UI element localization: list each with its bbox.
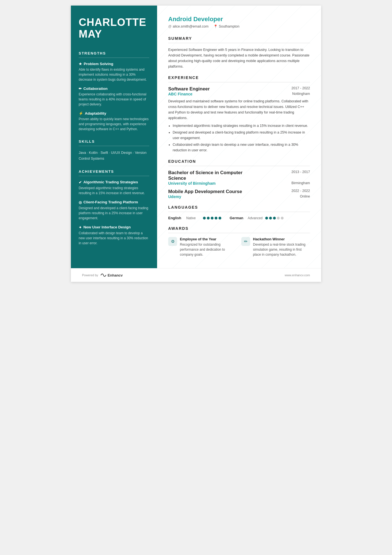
strength-item-2: ✏ Collaboration Experience collaborating… — [79, 87, 149, 107]
experience-divider — [168, 82, 310, 82]
dot-g5 — [281, 217, 284, 219]
achievement-title-1: ✔ Algorithmic Trading Strategies — [79, 180, 149, 184]
contact-row: @ alice.smith@email.com 📍 Southampton — [168, 24, 310, 28]
achievement-desc-1: Developed algorithmic trading strategies… — [79, 186, 149, 196]
edu-degree-1: Bachelor of Science in Computer Science — [168, 170, 253, 181]
dot-e3 — [211, 217, 214, 219]
achievement-item-2: ◎ Client-Facing Trading Platform Designe… — [79, 200, 149, 221]
powered-by-text: Powered by — [82, 273, 98, 277]
edu-header-2: Mobile App Development Course 2022 - 202… — [168, 189, 310, 194]
job-company: ABC Finance — [168, 92, 192, 96]
edu-location-1: Birmingham — [291, 181, 310, 186]
main-content: Android Developer @ alice.smith@email.co… — [168, 16, 310, 257]
dot-e5 — [219, 217, 221, 219]
star-icon: ★ — [79, 62, 82, 66]
strength-title-3: ⚡ Adaptability — [79, 111, 149, 115]
lang-german: German Advanced — [230, 216, 284, 220]
education-section-title: EDUCATION — [168, 159, 310, 164]
job-bullets: Implemented algorithmic trading strategi… — [168, 123, 310, 153]
email-text: alice.smith@email.com — [173, 24, 209, 28]
strength-item-1: ★ Problem Solving Able to identify flaws… — [79, 62, 149, 82]
bullet-2: Designed and developed a client-facing t… — [173, 130, 310, 141]
achievement-item-3: ✦ New User Interface Design Collaborated… — [79, 225, 149, 246]
awards-divider — [168, 233, 310, 233]
award-item-1: ⚙ Employee of the Year Recognized for ou… — [168, 237, 237, 257]
award-desc-2: Developed a real-time stock trading simu… — [253, 242, 310, 257]
award-icon-1: ⚙ — [168, 237, 177, 246]
strength-title-1: ★ Problem Solving — [79, 62, 149, 66]
job-dates: 2017 - 2022 — [291, 86, 310, 90]
award-icon-2: ✏ — [241, 237, 250, 246]
dot-g2 — [269, 217, 272, 219]
languages-row: English Native German Advanced — [168, 216, 310, 220]
location-contact: 📍 Southampton — [214, 24, 239, 28]
brand-name: Enhancv — [108, 273, 123, 277]
job-location: Nottingham — [292, 92, 310, 96]
skills-text: Java · Kotlin · Swift · UI/UX Design · V… — [79, 150, 149, 162]
edu-institution-1: University of Birmingham — [168, 181, 215, 186]
achievement-desc-3: Collaborated with design team to develop… — [79, 231, 149, 246]
job-title: Android Developer — [168, 16, 310, 23]
dot-e1 — [203, 217, 206, 219]
award-content-2: Hackathon Winner Developed a real-time s… — [253, 237, 310, 257]
lang-english-name: English — [168, 216, 183, 220]
awards-grid: ⚙ Employee of the Year Recognized for ou… — [168, 237, 310, 257]
education-divider — [168, 166, 310, 166]
resume-container: CHARLOTTEMAY STRENGTHS ★ Problem Solving… — [71, 6, 321, 282]
dot-g3 — [273, 217, 276, 219]
edu-dates-1: 2013 - 2017 — [291, 170, 310, 181]
dot-e4 — [215, 217, 217, 219]
languages-divider — [168, 212, 310, 212]
sparkle-icon: ✦ — [79, 225, 82, 230]
dot-e2 — [207, 217, 210, 219]
checkmark-icon: ✔ — [79, 180, 82, 184]
summary-text: Experienced Software Engineer with 5 yea… — [168, 47, 310, 69]
bullet-3: Collaborated with design team to develop… — [173, 142, 310, 153]
edu-location-2: Online — [300, 194, 310, 199]
footer-url: www.enhancv.com — [285, 273, 310, 277]
footer: Powered by Enhancv www.enhancv.com — [71, 268, 321, 282]
skills-title: SKILLS — [79, 139, 149, 144]
candidate-name: CHARLOTTEMAY — [79, 17, 149, 40]
lang-english: English Native — [168, 216, 221, 220]
strength-desc-3: Proven ability to quickly learn new tech… — [79, 117, 149, 132]
enhancv-logo-svg — [100, 273, 106, 277]
strength-item-3: ⚡ Adaptability Proven ability to quickly… — [79, 111, 149, 132]
award-item-2: ✏ Hackathon Winner Developed a real-time… — [241, 237, 310, 257]
edu-dates-2: 2022 - 2022 — [291, 189, 310, 194]
job-position-title: Software Engineer — [168, 86, 210, 92]
achievements-title: ACHIEVEMENTS — [79, 169, 149, 174]
job-company-row: ABC Finance Nottingham — [168, 92, 310, 96]
lang-english-dots — [203, 217, 221, 219]
achievement-desc-2: Designed and developed a client-facing t… — [79, 206, 149, 221]
edu-institution-2: Udemy — [168, 194, 181, 199]
summary-section-title: SUMMARY — [168, 36, 310, 41]
award-title-2: Hackathon Winner — [253, 237, 310, 241]
strengths-title: STRENGTHS — [79, 51, 149, 55]
achievement-title-3: ✦ New User Interface Design — [79, 225, 149, 230]
email-icon: @ — [168, 24, 172, 28]
lang-german-dots — [265, 217, 284, 219]
location-text: Southampton — [219, 24, 239, 28]
enhancv-logo: Enhancv — [100, 273, 123, 277]
edu-degree-2: Mobile App Development Course — [168, 189, 242, 194]
sidebar: CHARLOTTEMAY STRENGTHS ★ Problem Solving… — [71, 6, 157, 268]
pencil-icon: ✏ — [79, 87, 82, 91]
languages-section-title: LANGUAGES — [168, 205, 310, 209]
award-title-1: Employee of the Year — [180, 237, 237, 241]
experience-section-title: EXPERIENCE — [168, 75, 310, 80]
edu-header-1: Bachelor of Science in Computer Science … — [168, 170, 310, 181]
main-content-area: Android Developer @ alice.smith@email.co… — [157, 6, 321, 268]
location-icon: 📍 — [214, 24, 218, 28]
edu-institution-row-1: University of Birmingham Birmingham — [168, 181, 310, 186]
lang-german-level: Advanced — [248, 216, 262, 220]
edu-institution-row-2: Udemy Online — [168, 194, 310, 199]
target-icon: ◎ — [79, 200, 82, 204]
award-desc-1: Recognized for outstanding performance a… — [180, 242, 237, 257]
lang-english-level: Native — [186, 216, 200, 220]
awards-section-title: AWARDS — [168, 226, 310, 231]
dot-g1 — [265, 217, 268, 219]
dot-g4 — [277, 217, 280, 219]
strength-desc-1: Able to identify flaws in existing syste… — [79, 67, 149, 82]
job-description: Developed and maintained software system… — [168, 98, 310, 121]
